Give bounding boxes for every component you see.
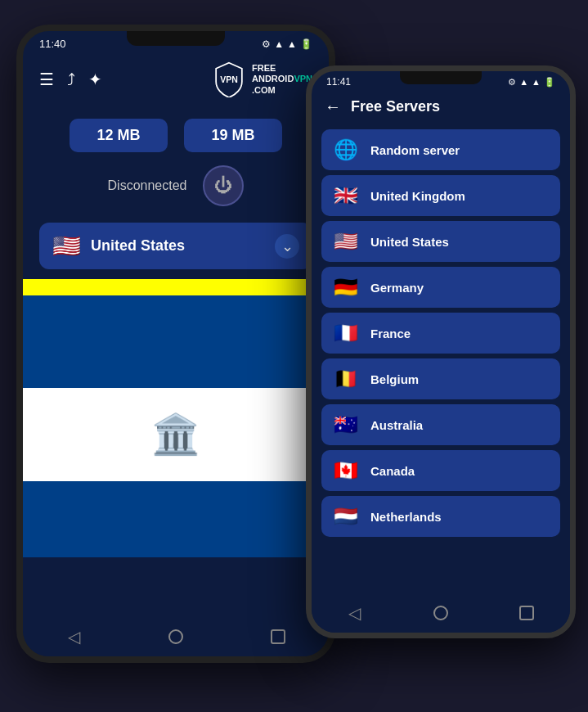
home-nav-button[interactable]	[161, 622, 191, 651]
connection-status: Disconnected	[108, 178, 187, 193]
p2-back-nav-icon: ◁	[348, 603, 361, 623]
screen-title: Free Servers	[351, 98, 440, 115]
server-selector[interactable]: 🇺🇸 United States ⌄	[39, 223, 312, 269]
back-button[interactable]: ←	[325, 97, 341, 116]
phone2-status-icons: ⚙ ▲ ▲ 🔋	[508, 77, 555, 88]
phone1-main: 11:40 ⚙ ▲ ▲ 🔋 ☰ ⤴ ✦ VPN FREE ANDROIDVPN …	[16, 25, 335, 663]
server-list-item[interactable]: 🇦🇺Australia	[321, 404, 560, 445]
flag-white-middle: 🏛️	[23, 388, 329, 480]
server-flag-6: 🇦🇺	[333, 413, 359, 436]
p2-recent-nav-button[interactable]	[512, 598, 541, 628]
server-flag-4: 🇫🇷	[333, 322, 359, 345]
server-flag-8: 🇳🇱	[333, 505, 359, 528]
logo-text: FREE ANDROIDVPN .COM	[252, 63, 312, 96]
back-nav-icon: ◁	[68, 627, 80, 647]
phone1-header: ☰ ⤴ ✦ VPN FREE ANDROIDVPN .COM	[23, 53, 329, 106]
p2-home-nav-icon	[433, 606, 448, 620]
server-list-item[interactable]: 🇫🇷France	[321, 313, 560, 354]
server-list-item[interactable]: 🇧🇪Belgium	[321, 358, 560, 399]
phone1-header-left-icons: ☰ ⤴ ✦	[39, 70, 102, 89]
p2-battery-icon: 🔋	[544, 77, 555, 88]
phone2-time: 11:41	[326, 76, 351, 88]
share-icon[interactable]: ⤴	[67, 70, 75, 89]
phone2-notch	[400, 71, 482, 84]
server-name-6: Australia	[370, 418, 423, 432]
phone1-notch	[127, 31, 225, 46]
settings-icon: ⚙	[262, 38, 271, 50]
signal-icon: ▲	[274, 38, 284, 50]
server-name-2: United States	[370, 235, 449, 249]
logo-shield-icon: VPN	[211, 61, 247, 97]
svg-text:VPN: VPN	[220, 74, 238, 84]
download-badge: 12 MB	[70, 119, 168, 152]
server-name-1: United Kingdom	[370, 189, 465, 203]
server-chevron-icon[interactable]: ⌄	[275, 234, 299, 259]
phone1-time: 11:40	[39, 38, 66, 50]
home-nav-icon	[168, 629, 183, 644]
p2-wifi-icon: ▲	[532, 77, 541, 87]
power-button[interactable]: ⏻	[203, 165, 244, 206]
servers-list: 🌐Random server🇬🇧United Kingdom🇺🇸United S…	[312, 123, 570, 543]
server-flag-5: 🇧🇪	[333, 367, 359, 390]
phone1-status-icons: ⚙ ▲ ▲ 🔋	[262, 38, 312, 50]
flag-yellow-stripe-top	[23, 279, 329, 295]
phone2-header: ← Free Servers	[312, 91, 570, 123]
phone2-servers: 11:41 ⚙ ▲ ▲ 🔋 ← Free Servers 🌐Random ser…	[306, 65, 576, 638]
server-list-item[interactable]: 🌐Random server	[321, 129, 560, 170]
server-list-item[interactable]: 🇨🇦Canada	[321, 450, 560, 491]
server-name-7: Canada	[370, 464, 415, 478]
battery-icon: 🔋	[300, 38, 312, 50]
status-row: Disconnected ⏻	[23, 159, 329, 213]
recent-nav-button[interactable]	[263, 622, 293, 651]
p2-settings-icon: ⚙	[508, 77, 516, 88]
el-salvador-flag: 🏛️	[23, 295, 329, 557]
server-flag-2: 🇺🇸	[333, 230, 359, 253]
phone2-nav-bar: ◁	[312, 593, 570, 633]
server-name-4: France	[370, 327, 411, 340]
data-row: 12 MB 19 MB	[23, 106, 329, 159]
server-name-5: Belgium	[370, 372, 419, 386]
server-list-item[interactable]: 🇬🇧United Kingdom	[321, 175, 560, 216]
p2-back-nav-button[interactable]: ◁	[340, 598, 370, 628]
server-flag-3: 🇩🇪	[333, 276, 359, 299]
wifi-icon: ▲	[287, 38, 297, 50]
flag-blue-top	[23, 295, 329, 388]
menu-icon[interactable]: ☰	[39, 70, 54, 89]
server-name-3: Germany	[370, 281, 424, 295]
server-flag-0: 🌐	[333, 138, 359, 161]
server-list-item[interactable]: 🇺🇸United States	[321, 221, 560, 262]
flag-emblem: 🏛️	[151, 412, 200, 457]
flag-blue-bottom	[23, 481, 329, 557]
p2-signal-icon: ▲	[519, 77, 528, 87]
recent-nav-icon	[271, 629, 285, 644]
p2-recent-nav-icon	[519, 606, 534, 620]
server-flag-1: 🇬🇧	[333, 184, 359, 207]
server-list-item[interactable]: 🇩🇪Germany	[321, 267, 560, 308]
selected-server-name: United States	[91, 237, 265, 255]
back-nav-button[interactable]: ◁	[59, 622, 88, 651]
upload-badge: 19 MB	[184, 119, 282, 152]
star-icon[interactable]: ✦	[88, 70, 102, 89]
country-flag-display: 🏛️	[23, 279, 329, 557]
logo-area: VPN FREE ANDROIDVPN .COM	[211, 61, 312, 97]
server-name-8: Netherlands	[370, 510, 442, 524]
phone1-nav-bar: ◁	[23, 617, 329, 656]
server-flag-7: 🇨🇦	[333, 459, 359, 482]
server-list-item[interactable]: 🇳🇱Netherlands	[321, 496, 560, 537]
p2-home-nav-button[interactable]	[426, 598, 456, 628]
server-name-0: Random server	[370, 143, 460, 157]
selected-server-flag: 🇺🇸	[52, 232, 81, 259]
